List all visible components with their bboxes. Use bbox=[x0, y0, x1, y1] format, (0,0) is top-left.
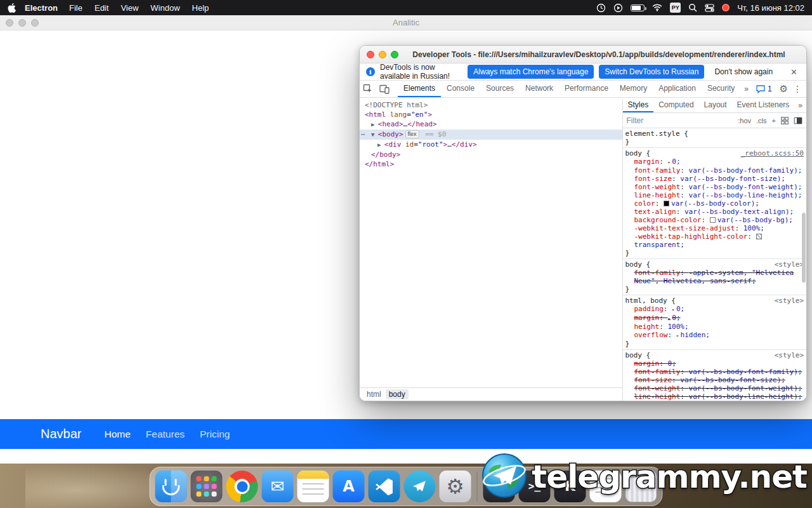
tab-security[interactable]: Security bbox=[702, 81, 740, 97]
tab-application[interactable]: Application bbox=[653, 81, 702, 97]
toggle-[interactable]: + bbox=[772, 117, 776, 124]
trash-icon[interactable] bbox=[625, 471, 657, 502]
launchpad-icon[interactable] bbox=[191, 471, 223, 502]
styles-tab-computed[interactable]: Computed bbox=[653, 98, 698, 112]
more-tabs-chevron[interactable]: » bbox=[740, 81, 752, 97]
toggle-sidebar-icon[interactable] bbox=[794, 117, 802, 124]
toggle-hov[interactable]: :hov bbox=[738, 117, 751, 124]
css-property[interactable]: font-family: var(--bs-body-font-family); bbox=[625, 368, 804, 376]
tree-row[interactable]: ▶ <head>…</head> bbox=[360, 119, 622, 130]
css-property[interactable]: padding: ▸0; bbox=[625, 305, 804, 314]
menu-view[interactable]: View bbox=[121, 3, 138, 13]
vscode-icon[interactable] bbox=[369, 471, 400, 502]
notes-icon[interactable] bbox=[298, 471, 329, 502]
css-property[interactable]: font-size: var(--bs-body-font-size); bbox=[625, 175, 804, 183]
styles-tabs-overflow[interactable]: » bbox=[794, 98, 806, 112]
mail-icon[interactable]: ✉ bbox=[262, 471, 294, 502]
record-dot-icon[interactable] bbox=[722, 4, 730, 11]
clock-status-icon[interactable] bbox=[596, 3, 606, 13]
minimize-button[interactable] bbox=[379, 51, 386, 58]
crumb-html[interactable]: html bbox=[363, 389, 384, 399]
nav-link-home[interactable]: Home bbox=[104, 429, 130, 440]
css-property[interactable]: -webkit-text-size-adjust: 100%; bbox=[625, 224, 804, 232]
nav-link-features[interactable]: Features bbox=[146, 429, 185, 440]
zoom-button[interactable] bbox=[391, 51, 398, 58]
input-source-badge[interactable]: PY bbox=[670, 3, 681, 13]
switch-to-russian-button[interactable]: Switch DevTools to Russian bbox=[599, 65, 704, 79]
css-property[interactable]: font-family: -apple-system, "Helvetica N… bbox=[625, 269, 804, 285]
css-property[interactable]: font-weight: var(--bs-body-font-weight); bbox=[625, 384, 804, 392]
css-property[interactable]: color: var(--bs-body-color); bbox=[625, 199, 804, 208]
chrome-icon[interactable] bbox=[226, 471, 258, 502]
css-origin-link[interactable]: _reboot.scss:50 bbox=[741, 149, 804, 157]
settings-gear-icon[interactable]: ⚙ bbox=[776, 81, 792, 97]
css-selector[interactable]: body { bbox=[625, 149, 651, 157]
kebab-menu-icon[interactable]: ⋮ bbox=[792, 81, 807, 97]
finder-icon[interactable] bbox=[155, 471, 187, 502]
tree-row[interactable]: ⋯▼ <body>flex == $0 bbox=[360, 130, 622, 140]
css-origin-link[interactable]: <style> bbox=[775, 351, 804, 359]
menubar-app-name[interactable]: Electron bbox=[25, 3, 58, 13]
menu-help[interactable]: Help bbox=[192, 3, 209, 13]
telegram-icon[interactable] bbox=[404, 471, 436, 502]
css-property[interactable]: line-height: var(--bs-body-line-height); bbox=[625, 392, 804, 401]
tab-memory[interactable]: Memory bbox=[614, 81, 653, 97]
apple-menu-icon[interactable] bbox=[8, 3, 16, 13]
issues-counter[interactable]: 1 bbox=[752, 81, 776, 97]
css-property[interactable]: height: 100%; bbox=[625, 323, 804, 331]
control-center-icon[interactable] bbox=[705, 3, 714, 13]
system-settings-icon[interactable]: ⚙ bbox=[440, 471, 471, 502]
styles-tab-styles[interactable]: Styles bbox=[623, 98, 654, 112]
dont-show-again-button[interactable]: Don't show again bbox=[709, 65, 778, 79]
styles-tab-layout[interactable]: Layout bbox=[699, 98, 732, 112]
crumb-body[interactable]: body bbox=[386, 389, 409, 399]
nav-link-pricing[interactable]: Pricing bbox=[200, 429, 230, 440]
infobar-close-icon[interactable]: ✕ bbox=[788, 67, 800, 77]
battery-icon[interactable] bbox=[631, 4, 645, 11]
css-property[interactable]: margin: 0; bbox=[625, 359, 804, 368]
terminal-icon[interactable]: >_ bbox=[519, 471, 551, 502]
css-selector[interactable]: body { bbox=[625, 351, 651, 359]
css-property[interactable]: line-height: var(--bs-body-line-height); bbox=[625, 191, 804, 199]
css-selector[interactable]: html, body { bbox=[625, 297, 676, 305]
css-origin-link[interactable]: <style> bbox=[775, 260, 804, 269]
tree-row[interactable]: </html> bbox=[360, 159, 622, 169]
grid-overlay-icon[interactable] bbox=[781, 117, 789, 124]
css-property[interactable]: font-family: var(--bs-body-font-family); bbox=[625, 166, 804, 175]
flex-badge[interactable]: flex bbox=[405, 130, 419, 138]
menu-file[interactable]: File bbox=[69, 3, 82, 13]
menu-edit[interactable]: Edit bbox=[95, 3, 108, 13]
css-property[interactable]: background-color: var(--bs-body-bg); bbox=[625, 216, 804, 224]
styles-tab-event-listeners[interactable]: Event Listeners bbox=[732, 98, 795, 112]
keyboard-app-icon[interactable]: K bbox=[554, 471, 586, 502]
color-swatch[interactable] bbox=[664, 201, 669, 206]
styles-scrollbar[interactable] bbox=[802, 213, 806, 283]
tree-row[interactable]: ▶ <div id="root">…</div> bbox=[360, 140, 622, 150]
css-selector[interactable]: body { bbox=[625, 260, 651, 269]
tab-console[interactable]: Console bbox=[441, 81, 480, 97]
toggle-cls[interactable]: .cls bbox=[756, 117, 767, 124]
color-swatch[interactable] bbox=[756, 234, 762, 239]
photo-booth-icon[interactable] bbox=[483, 471, 515, 502]
search-icon[interactable] bbox=[688, 3, 697, 12]
tree-row[interactable]: <!DOCTYPE html> bbox=[360, 100, 622, 110]
tree-row[interactable]: <html lang="en"> bbox=[360, 110, 622, 119]
tab-network[interactable]: Network bbox=[520, 81, 559, 97]
css-selector[interactable]: element.style { bbox=[625, 130, 688, 138]
css-property[interactable]: font-size: var(--bs-body-font-size); bbox=[625, 376, 804, 384]
textedit-icon[interactable] bbox=[590, 471, 622, 502]
tab-performance[interactable]: Performance bbox=[559, 81, 614, 97]
color-swatch[interactable] bbox=[710, 217, 716, 223]
match-language-button[interactable]: Always match Chrome's language bbox=[468, 65, 594, 79]
play-status-icon[interactable] bbox=[613, 3, 623, 13]
tree-row[interactable]: </body> bbox=[360, 150, 622, 159]
filter-input[interactable]: Filter bbox=[627, 116, 733, 125]
css-property[interactable]: margin: ▸0; bbox=[625, 314, 804, 323]
app-store-icon[interactable]: A bbox=[333, 471, 365, 502]
tab-sources[interactable]: Sources bbox=[480, 81, 520, 97]
wifi-icon[interactable] bbox=[652, 4, 662, 11]
close-button[interactable] bbox=[367, 51, 374, 58]
tab-elements[interactable]: Elements bbox=[398, 81, 441, 97]
css-origin-link[interactable]: <style> bbox=[775, 297, 804, 305]
navbar-brand[interactable]: Navbar bbox=[41, 427, 81, 441]
